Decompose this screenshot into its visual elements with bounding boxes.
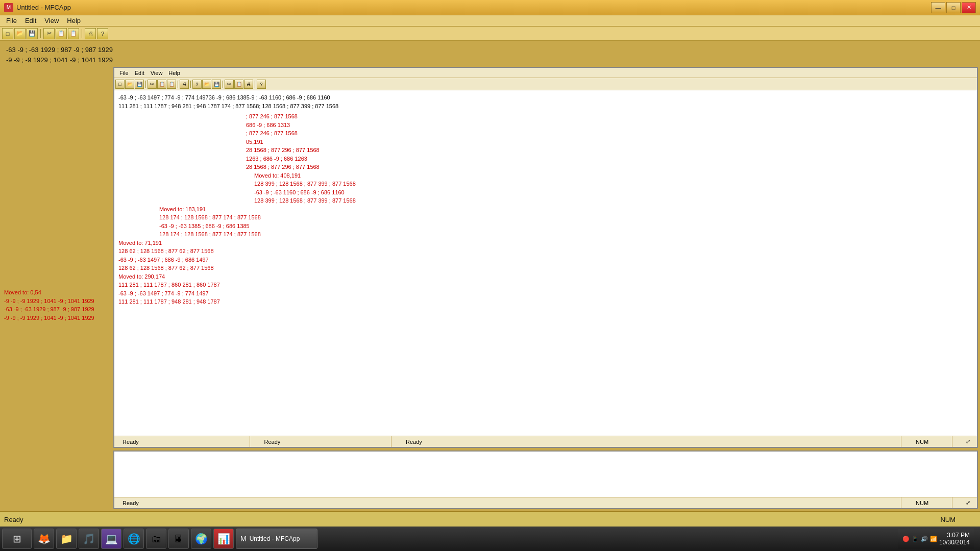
r11: 128 399 ; 128 1568 ; 877 399 ; 877 1568 — [254, 196, 973, 205]
child-status-2-panel-1: Ready — [118, 497, 901, 508]
r14: -63 -9 ; -63 1385 ; 686 -9 ; 686 1385 — [159, 222, 973, 231]
title-text: Untitled - MFCApp — [16, 4, 71, 11]
child-status-2-ready: Ready — [122, 500, 139, 506]
taskbar-files-icon[interactable]: 🗂 — [146, 529, 166, 549]
child-window-2: Ready NUM ⤢ — [113, 450, 978, 509]
child-toolbar: □ 📂 💾 ✂ 📋 📋 🖨 ? 📂 💾 ✂ 📋 🖨 — [114, 78, 977, 90]
r13: 128 174 ; 128 1568 ; 877 174 ; 877 1568 — [159, 213, 973, 222]
menu-file[interactable]: File — [2, 16, 21, 26]
menu-help[interactable]: Help — [63, 16, 85, 26]
help-button[interactable]: ? — [97, 28, 108, 39]
child-menu-view[interactable]: View — [148, 69, 166, 77]
taskbar-browser-icon[interactable]: 🌍 — [191, 529, 211, 549]
menu-bar: File Edit View Help — [0, 15, 980, 27]
child-tool-d[interactable]: ✂ — [225, 80, 234, 89]
child-resize-2[interactable]: ⤢ — [963, 499, 973, 506]
r20: Moved to: 290,174 — [118, 272, 973, 281]
system-tray: 🔴 📱 🔊 📶 3:07 PM 10/30/2014 — [898, 529, 974, 549]
taskbar-firefox-icon[interactable]: 🦊 — [34, 529, 54, 549]
menu-view[interactable]: View — [40, 16, 63, 26]
child-menu-edit[interactable]: Edit — [132, 69, 148, 77]
tray-icon-4: 📶 — [930, 536, 937, 542]
tray-icon-1: 🔴 — [902, 536, 910, 542]
print-button[interactable]: 🖨 — [85, 28, 96, 39]
taskbar-mfc-app[interactable]: M Untitled - MFCApp — [236, 529, 317, 549]
paste-button[interactable]: 📋 — [68, 28, 79, 39]
taskbar-folder-icon[interactable]: 📁 — [56, 529, 77, 549]
status-ready: Ready — [4, 516, 65, 523]
r7: 28 1568 ; 877 296 ; 877 1568 — [246, 163, 973, 171]
menu-edit[interactable]: Edit — [21, 16, 40, 26]
left-red-4: -9 -9 ; -9 1929 ; 1041 -9 ; 1041 1929 — [4, 314, 111, 322]
tray-icon-3: 🔊 — [921, 536, 928, 542]
child-copy[interactable]: 📋 — [157, 80, 166, 89]
status-num: NUM — [940, 516, 976, 523]
child-menu-help[interactable]: Help — [165, 69, 183, 77]
child-status-num: NUM — [912, 436, 952, 447]
r3: ; 877 246 ; 877 1568 — [246, 129, 973, 138]
child-sep-1 — [145, 81, 146, 88]
left-red-2: -9 -9 ; -9 1929 ; 1041 -9 ; 1041 1929 — [4, 297, 111, 306]
toolbar-sep-2 — [82, 29, 82, 38]
cut-button[interactable]: ✂ — [43, 28, 55, 39]
child-sep-5 — [255, 81, 255, 88]
top-text: -63 -9 ; -63 1929 ; 987 -9 ; 987 1929 -9… — [2, 43, 978, 67]
child-cut[interactable]: ✂ — [148, 80, 157, 89]
minimize-button[interactable]: — — [931, 2, 945, 13]
maximize-button[interactable]: □ — [946, 2, 961, 13]
child-tool-a[interactable]: ? — [192, 80, 202, 89]
r10: -63 -9 ; -63 1160 ; 686 -9 ; 686 1160 — [254, 188, 973, 197]
child-paste[interactable]: 📋 — [167, 80, 176, 89]
clock-time: 3:07 PM — [939, 532, 970, 539]
r12: Moved to: 183,191 — [159, 205, 973, 214]
left-content: Moved to: 0,54 -9 -9 ; -9 1929 ; 1041 -9… — [2, 67, 113, 324]
child-new[interactable]: □ — [115, 80, 125, 89]
toolbar-sep-1 — [40, 29, 41, 38]
toolbar: □ 📂 💾 ✂ 📋 📋 🖨 ? — [0, 27, 980, 41]
taskbar-globe-icon[interactable]: 🌐 — [124, 529, 144, 549]
new-button[interactable]: □ — [2, 28, 13, 39]
child-tool-c[interactable]: 💾 — [212, 80, 221, 89]
child-content: -63 -9 ; -63 1497 ; 774 -9 ; 774 149736 … — [114, 90, 977, 436]
child-tool-b[interactable]: 📂 — [202, 80, 211, 89]
r18: -63 -9 ; -63 1497 ; 686 -9 ; 686 1497 — [118, 256, 973, 264]
child-status-ready-2: Ready — [264, 439, 281, 445]
child-save[interactable]: 💾 — [135, 80, 144, 89]
r5: 28 1568 ; 877 296 ; 877 1568 — [246, 146, 973, 155]
clock-date: 10/30/2014 — [939, 539, 970, 546]
child-num-label: NUM — [916, 439, 928, 445]
taskbar-calc-icon[interactable]: 🖩 — [168, 529, 189, 549]
child-status-panel-3: Ready — [402, 436, 901, 447]
taskbar-vs-icon[interactable]: 💻 — [101, 529, 121, 549]
open-button[interactable]: 📂 — [14, 28, 26, 39]
child-print[interactable]: 🖨 — [180, 80, 189, 89]
close-button[interactable]: ✕ — [962, 2, 976, 13]
child-black-2: 111 281 ; 111 1787 ; 948 281 ; 948 1787 … — [118, 102, 973, 111]
child-resize-1[interactable]: ⤢ — [963, 438, 973, 445]
r6: 1263 ; 686 -9 ; 686 1263 — [246, 155, 973, 163]
taskbar-app-icon[interactable]: 📊 — [213, 529, 234, 549]
r4: 05,191 — [246, 138, 973, 146]
taskbar-music-icon[interactable]: 🎵 — [79, 529, 99, 549]
save-button[interactable]: 💾 — [27, 28, 38, 39]
r17: 128 62 ; 128 1568 ; 877 62 ; 877 1568 — [118, 247, 973, 256]
r9: 128 399 ; 128 1568 ; 877 399 ; 877 1568 — [254, 180, 973, 188]
start-button[interactable]: ⊞ — [2, 529, 32, 549]
child-menu-file[interactable]: File — [116, 69, 132, 77]
child-sep-3 — [190, 81, 191, 88]
child-menu: File Edit View Help — [114, 68, 977, 78]
child-tool-e[interactable]: 📋 — [234, 80, 243, 89]
child-tool-f[interactable]: 🖨 — [244, 80, 253, 89]
child-tool-g[interactable]: ? — [257, 80, 266, 89]
r2: 686 -9 ; 686 1313 — [246, 121, 973, 130]
child-black-1: -63 -9 ; -63 1497 ; 774 -9 ; 774 149736 … — [118, 93, 973, 102]
copy-button[interactable]: 📋 — [56, 28, 67, 39]
child-num-2-label: NUM — [916, 500, 928, 506]
top-line-1: -63 -9 ; -63 1929 ; 987 -9 ; 987 1929 — [6, 45, 974, 55]
window-controls: — □ ✕ — [931, 2, 976, 13]
r23: 111 281 ; 111 1787 ; 948 281 ; 948 1787 — [118, 297, 973, 306]
child-status-panel-1: Ready — [118, 436, 250, 447]
child-status-2-num: NUM — [912, 497, 952, 508]
taskbar-right: 🔴 📱 🔊 📶 3:07 PM 10/30/2014 — [898, 529, 978, 549]
child-open[interactable]: 📂 — [125, 80, 134, 89]
